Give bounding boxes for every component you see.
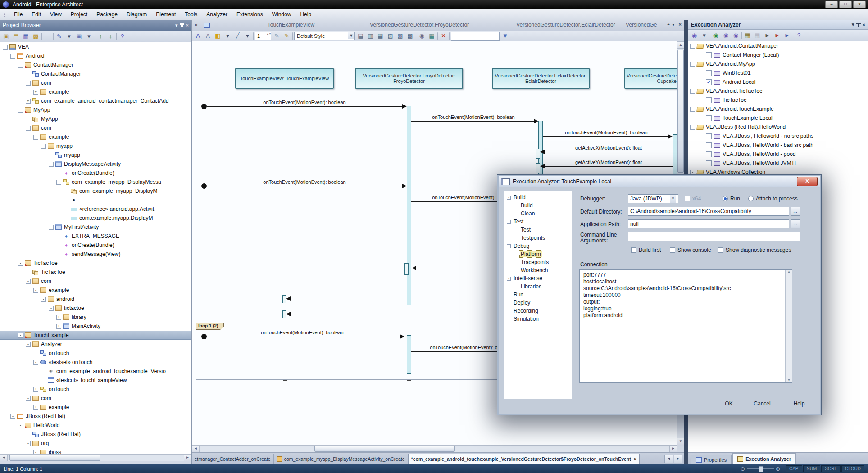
expander-icon[interactable]: - — [49, 225, 54, 230]
tree-item[interactable]: ContactManager — [0, 69, 191, 78]
expander-icon[interactable]: + — [56, 315, 61, 320]
step-run-icon[interactable]: ► — [783, 31, 791, 40]
dialog-tree-item[interactable]: - Intelli-sense — [504, 274, 572, 282]
analyzer-script-row[interactable]: Android Local — [688, 77, 868, 86]
expander-icon[interactable]: - — [18, 333, 23, 338]
expander-icon[interactable]: - — [26, 396, 31, 401]
menu-item[interactable]: Project — [66, 10, 92, 19]
expander-icon[interactable]: - — [41, 144, 46, 149]
analyzer-script-row[interactable]: VEA.JBoss, HelloWorld - good — [688, 150, 868, 159]
settings-icon[interactable]: ◉ — [418, 32, 426, 40]
tab-eclairdetector[interactable]: VersionedGestureDetector.EclairDetector — [503, 22, 629, 28]
tree-item[interactable]: - com — [0, 78, 191, 87]
menu-item[interactable]: Package — [92, 10, 122, 19]
dialog-tree-item[interactable]: Workbench — [504, 266, 572, 274]
dialog-tree-item[interactable]: Testpoints — [504, 234, 572, 242]
dialog-title-bar[interactable]: Execution Analyzer: TouchExample Local X — [499, 176, 820, 187]
menu-item[interactable]: Help — [295, 10, 316, 19]
dialog-tree-item[interactable]: Test — [504, 226, 572, 234]
script-checkbox[interactable] — [706, 133, 712, 139]
expander-icon[interactable]: - — [507, 244, 511, 248]
ok-button[interactable]: OK — [717, 399, 741, 408]
expander-icon[interactable]: - — [18, 423, 23, 428]
move-down-icon[interactable]: ↓ — [106, 32, 115, 41]
activation-nested[interactable] — [536, 149, 540, 159]
expander-icon[interactable]: - — [690, 44, 695, 49]
dropdown-icon[interactable]: ▾ — [243, 32, 252, 40]
panel-menu-icon[interactable]: ▾ — [852, 22, 854, 27]
expander-icon[interactable]: - — [49, 306, 54, 311]
dropdown-icon[interactable]: ▾ — [65, 32, 73, 41]
tree-item[interactable]: + com_example_android_contactmanager_Con… — [0, 96, 191, 105]
tree-item[interactable]: - «testset» onTouch — [0, 358, 191, 367]
menu-item[interactable]: File — [9, 10, 27, 19]
combo-arrow-icon[interactable]: ▼ — [348, 32, 354, 39]
expander-icon[interactable]: - — [26, 342, 31, 347]
tree-item[interactable]: «reference» android.app.Activit — [0, 205, 191, 214]
fill-color-icon[interactable]: ◧ — [214, 32, 222, 40]
x64-checkbox-box[interactable] — [685, 196, 690, 201]
image-icon[interactable]: ▦ — [427, 32, 436, 40]
expander-icon[interactable]: - — [690, 89, 695, 94]
doc-tab-ontouchevent-active[interactable]: *com_example_android_touchexample_Versio… — [408, 454, 640, 464]
new-diagram-icon[interactable]: ▦ — [22, 32, 30, 41]
activation-nested[interactable] — [404, 263, 409, 275]
lifeline-head-touchexampleview[interactable]: TouchExampleView: TouchExampleView — [235, 68, 334, 89]
dialog-tree-item[interactable]: - Build — [504, 193, 572, 201]
expander-icon[interactable]: - — [507, 277, 511, 281]
tree-item[interactable]: - jboss — [0, 448, 191, 454]
expander-icon[interactable]: - — [690, 125, 695, 130]
tree-item[interactable] — [0, 196, 191, 205]
tree-item[interactable]: - com_example_myapp_DisplayMessa — [0, 177, 191, 186]
lifeline-head-froyodetector[interactable]: VersionedGestureDetector.FroyoDetector: … — [355, 68, 463, 89]
activation-cupcake[interactable] — [673, 134, 677, 179]
expander-icon[interactable]: - — [33, 450, 38, 455]
scroll-tabs-icon[interactable]: ▴▴ — [667, 22, 669, 26]
dropdown-icon[interactable]: ▾ — [700, 31, 709, 40]
dialog-tree-item[interactable]: - Test — [504, 218, 572, 226]
build-first-checkbox[interactable]: Build first — [631, 247, 661, 253]
expander-icon[interactable]: - — [41, 297, 46, 302]
doc-tab-contactadder[interactable]: ctmanager_ContactAdder_onCreate — [192, 454, 274, 464]
expander-icon[interactable]: - — [33, 360, 38, 365]
tree-item[interactable]: + MainActivity — [0, 322, 191, 331]
lifeline-head-eclairdetector[interactable]: VersionedGestureDetector.EclairDetector:… — [492, 68, 590, 89]
dialog-tree-item[interactable]: - Debug — [504, 242, 572, 250]
tree-item[interactable]: - myapp — [0, 141, 191, 150]
find-in-browser-icon[interactable] — [43, 32, 52, 41]
attach-radio-button[interactable] — [748, 196, 754, 201]
tree-item[interactable]: - DisplayMessageActivity — [0, 159, 191, 168]
format-painter-icon[interactable]: ✎ — [273, 32, 281, 40]
diagram-search-input[interactable] — [451, 32, 500, 41]
edit-config-icon[interactable]: ◉ — [722, 31, 730, 40]
new-model-icon[interactable]: ▣ — [2, 32, 10, 41]
help-icon[interactable]: ? — [795, 31, 803, 40]
x64-checkbox[interactable]: x64 — [685, 196, 701, 202]
separator[interactable] — [292, 32, 293, 40]
expander-icon[interactable]: + — [26, 99, 31, 104]
tree-item[interactable]: - TicTacToe — [0, 259, 191, 268]
analyzer-script-row[interactable]: - VEA.JBoss (Red Hat).HelloWorld — [688, 123, 868, 132]
minimize-button[interactable]: – — [825, 1, 838, 8]
tab-truncated[interactable]: VersionedGe — [626, 22, 661, 28]
dialog-tree-item[interactable]: Clean — [504, 209, 572, 218]
expander-icon[interactable]: - — [690, 62, 695, 67]
close-tab-icon[interactable]: × — [679, 22, 682, 27]
doc-tab-displaymessage[interactable]: com_example_myapp_DisplayMessageActivity… — [274, 454, 408, 464]
tree-item[interactable]: com_example_myapp_DisplayM — [0, 186, 191, 196]
analyzer-script-row[interactable]: VEA.JBoss, HelloWorld JVMTI — [688, 159, 868, 168]
separator[interactable] — [416, 32, 416, 40]
menu-item[interactable]: Element — [151, 10, 180, 19]
dropdown-icon[interactable]: ▾ — [85, 32, 93, 41]
dialog-tree-item[interactable]: Deploy — [504, 299, 572, 307]
expander-icon[interactable]: - — [33, 135, 38, 140]
tree-item[interactable]: - example — [0, 132, 191, 141]
loop-fragment-label[interactable]: loop 1 (2) — [196, 323, 224, 330]
analyzer-script-row[interactable]: TouchExample Local — [688, 114, 868, 123]
tab-execution-analyzer[interactable]: Execution Analyzer — [732, 453, 796, 464]
font-color-icon[interactable]: A — [194, 32, 202, 40]
close-button[interactable]: ✕ — [853, 1, 866, 8]
expander-icon[interactable]: - — [26, 279, 31, 284]
bring-front-icon[interactable]: ▨ — [396, 32, 404, 40]
tree-item[interactable]: sendMessage(View) — [0, 250, 191, 259]
